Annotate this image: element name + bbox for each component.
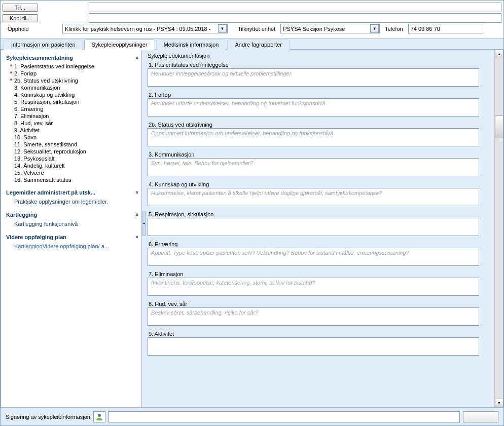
form-area: Sykepleiedokumentasjon 1. Pasientstatus … <box>146 50 494 407</box>
section-label: 2b. Status ved utskrivning <box>148 122 491 128</box>
placeholder-text: Syn, hørsel, tale. Behov for hjelpemidle… <box>148 159 479 168</box>
sidebar-item[interactable]: 12. Seksualitet, reproduksjon <box>5 148 139 155</box>
section-label: 8. Hud, vev, sår <box>148 301 491 307</box>
sidebar-item-legemidler[interactable]: Praktiske opplysninger om legemidler. <box>5 198 139 206</box>
placeholder-text: Inkontinens, forstoppelse, kateteriserin… <box>148 278 479 287</box>
sidebar-item[interactable]: *2. Forløp <box>5 70 139 77</box>
scroll-thumb[interactable] <box>495 115 503 138</box>
scroll-up-arrow[interactable]: ▲ <box>495 50 503 58</box>
sidebar-item[interactable]: 8. Hud, vev, sår <box>5 120 139 127</box>
enhet-select[interactable]: PSYS4 Seksjon Psykose ▼ <box>280 24 380 33</box>
required-star-icon: * <box>8 63 14 69</box>
group-sykepleie-label: Sykepleiesammenfatning <box>6 55 73 61</box>
form-section: 4. Kunnskap og utviklingHukommelse, klar… <box>148 181 491 206</box>
sidebar-item[interactable]: 11. Smerte, sansetilstand <box>5 141 139 148</box>
scroll-down-arrow[interactable]: ▼ <box>495 399 503 407</box>
sidebar-item[interactable]: 3. Kommunikasjon <box>5 84 139 91</box>
sign-field[interactable] <box>109 411 460 422</box>
sidebar-item[interactable]: 9. Aktivitet <box>5 127 139 134</box>
sign-user-icon[interactable] <box>93 411 105 422</box>
sidebar-item-videre[interactable]: KartleggingVidere oppfølging plan/ a... <box>5 242 127 250</box>
sidebar-item-label: 3. Kommunikasjon <box>14 85 60 91</box>
placeholder-text: Hukommelse, klarer pasienten å tilkalle … <box>148 188 479 198</box>
section-textarea[interactable]: Hukommelse, klarer pasienten å tilkalle … <box>148 188 479 206</box>
sign-bar: Signering av sykepleieinformasjon <box>1 407 503 425</box>
group-videre-label: Videre oppfølging plan <box>6 234 66 240</box>
sidebar-item[interactable]: *2b. Status ved utskrivning <box>5 77 139 84</box>
form-section: 5. Respirasjon, sirkulasjon <box>148 211 491 236</box>
form-section: 2b. Status ved utskrivningOppsummert inf… <box>148 122 491 146</box>
sidebar-item[interactable]: *1. Pasientstatus ved innleggelse <box>5 63 139 70</box>
section-label: 5. Respirasjon, sirkulasjon <box>148 211 491 218</box>
sidebar-item-label: 1. Pasientstatus ved innleggelse <box>14 63 94 69</box>
sidebar-item[interactable]: 5. Respirasjon, sirkulasjon <box>5 98 139 105</box>
form-section: 2. ForløpHerunder utførte undersøkelser,… <box>148 92 491 117</box>
collapse-icon: « <box>135 234 138 240</box>
group-sykepleie-header[interactable]: Sykepleiesammenfatning « <box>5 54 139 62</box>
group-videre-header[interactable]: Videre oppfølging plan « <box>5 233 139 241</box>
sidebar: Sykepleiesammenfatning « *1. Pasientstat… <box>1 50 142 407</box>
to-field[interactable] <box>89 3 501 12</box>
sidebar-item[interactable]: 4. Kunnskap og utvikling <box>5 91 139 98</box>
placeholder-text: Oppsummert informasjon om undersøkelser,… <box>148 129 479 138</box>
form-section: 7. EliminasjonInkontinens, forstoppelse,… <box>148 271 491 296</box>
splitter-collapse-icon[interactable]: ◂ <box>142 211 146 236</box>
collapse-icon: « <box>135 55 138 61</box>
group-legemidler-label: Legemidler administrert på utsk... <box>6 189 95 196</box>
section-label: 9. Aktivitet <box>148 331 491 337</box>
dropdown-icon[interactable]: ▼ <box>370 24 379 33</box>
dropdown-icon[interactable]: ▼ <box>218 24 227 33</box>
section-textarea[interactable]: Oppsummert informasjon om undersøkelser,… <box>148 128 479 146</box>
section-label: 2. Forløp <box>148 92 491 98</box>
group-kartlegging-header[interactable]: Kartlegging « <box>5 211 139 219</box>
svg-point-0 <box>98 414 101 417</box>
section-textarea[interactable]: Herunder innleggelsesårsak og aktuelle p… <box>148 68 479 87</box>
section-textarea[interactable]: Beskriv såret, sårbehandling, risiko for… <box>148 307 479 326</box>
splitter[interactable]: ◂ <box>142 50 146 407</box>
required-star-icon: * <box>8 70 14 76</box>
sidebar-item-label: 7. Eliminasjon <box>14 113 49 119</box>
opphold-select[interactable]: Klinikk for psykisk helsevern og rus - P… <box>62 24 228 33</box>
placeholder-text: Herunder utførte undersøkelser, behandli… <box>148 99 479 108</box>
sidebar-item[interactable]: 13. Psykososialt <box>5 155 139 162</box>
app-window: Til... Kopi til... Opphold Klinikk for p… <box>0 0 504 426</box>
sidebar-item[interactable]: 10. Søvn <box>5 134 139 141</box>
tab-bar: Informasjon om pasienten Sykepleieopplys… <box>1 38 503 50</box>
group-legemidler-header[interactable]: Legemidler administrert på utsk... « <box>5 188 139 197</box>
form-section: 6. ErnæringAppetitt. Type kost, spiser p… <box>148 241 491 266</box>
sidebar-item-kartlegging[interactable]: Kartlegging funksjonsnivå <box>5 220 139 228</box>
tab-info-pasient[interactable]: Informasjon om pasienten <box>4 40 83 50</box>
sidebar-item-label: 14. Åndelig, kulturelt <box>14 163 65 169</box>
sidebar-item[interactable]: 6. Ernæring <box>5 105 139 112</box>
section-label: 3. Kommunikasjon <box>148 151 491 158</box>
section-textarea[interactable]: Syn, hørsel, tale. Behov for hjelpemidle… <box>148 158 479 176</box>
sidebar-item[interactable]: 16. Sammensatt status <box>5 176 139 183</box>
sidebar-item[interactable]: 15. Velvære <box>5 169 139 176</box>
tab-sykepleie[interactable]: Sykepleieopplysninger <box>84 40 155 50</box>
section-textarea[interactable] <box>148 337 479 356</box>
collapse-icon: « <box>135 189 138 196</box>
copy-to-button[interactable]: Kopi til... <box>3 14 38 22</box>
sidebar-item-label: 8. Hud, vev, sår <box>14 120 53 126</box>
tab-andre[interactable]: Andre fagrapporter <box>227 40 289 50</box>
opphold-label: Opphold <box>5 26 60 32</box>
copy-to-field[interactable] <box>89 13 501 23</box>
form-title: Sykepleiedokumentasjon <box>148 53 491 62</box>
section-label: 7. Eliminasjon <box>148 271 491 278</box>
sign-submit-button[interactable] <box>463 411 498 422</box>
sidebar-item[interactable]: 14. Åndelig, kulturelt <box>5 162 139 169</box>
sidebar-item[interactable]: 7. Eliminasjon <box>5 112 139 120</box>
tab-medisinsk[interactable]: Medisinsk informasjon <box>156 40 227 50</box>
enhet-value: PSYS4 Seksjon Psykose <box>281 26 347 32</box>
section-textarea[interactable]: Inkontinens, forstoppelse, kateteriserin… <box>148 278 479 296</box>
nav-list: *1. Pasientstatus ved innleggelse*2. For… <box>5 63 139 183</box>
to-button[interactable]: Til... <box>3 4 38 12</box>
section-textarea[interactable] <box>148 218 479 236</box>
required-star-icon: * <box>8 78 14 84</box>
vertical-scrollbar[interactable]: ▲ ▼ <box>494 50 503 407</box>
telefon-field[interactable] <box>408 24 483 33</box>
form-section: 3. KommunikasjonSyn, hørsel, tale. Behov… <box>148 151 491 176</box>
placeholder-text: Beskriv såret, sårbehandling, risiko for… <box>148 308 479 317</box>
section-textarea[interactable]: Herunder utførte undersøkelser, behandli… <box>148 98 479 117</box>
section-textarea[interactable]: Appetitt. Type kost, spiser pasienten se… <box>148 248 479 266</box>
